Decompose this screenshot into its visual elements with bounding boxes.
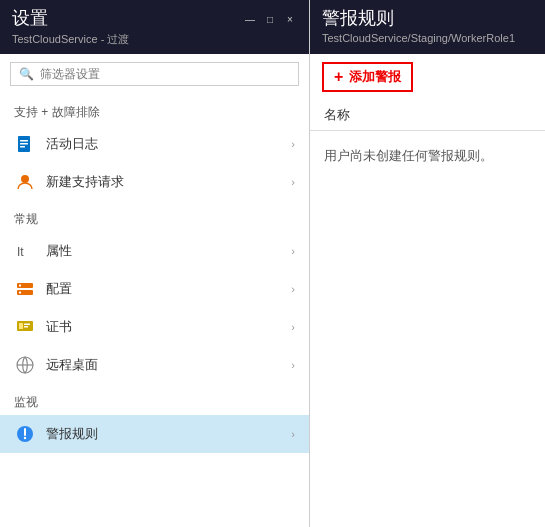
- empty-message: 用户尚未创建任何警报规则。: [310, 131, 545, 181]
- sidebar-item-remote-label: 远程桌面: [46, 356, 291, 374]
- svg-rect-2: [20, 143, 28, 145]
- sidebar-item-certs-label: 证书: [46, 318, 291, 336]
- chevron-right-icon: ›: [291, 359, 295, 371]
- sidebar-item-config[interactable]: 配置 ›: [0, 270, 309, 308]
- right-panel: 警报规则 TestCloudService/Staging/WorkerRole…: [310, 0, 545, 527]
- window-controls: — □ ×: [243, 12, 297, 26]
- config-icon: [14, 278, 36, 300]
- add-alert-label: 添加警报: [349, 68, 401, 86]
- left-panel: 设置 TestCloudService - 过渡 — □ × 🔍 支持 + 故障…: [0, 0, 310, 527]
- close-button[interactable]: ×: [283, 12, 297, 26]
- left-subtitle: TestCloudService - 过渡: [12, 32, 129, 47]
- chevron-right-icon: ›: [291, 283, 295, 295]
- sidebar-item-support-request[interactable]: 新建支持请求 ›: [0, 163, 309, 201]
- person-icon: [14, 171, 36, 193]
- svg-point-4: [21, 175, 29, 183]
- sidebar-item-activity-log-label: 活动日志: [46, 135, 291, 153]
- sidebar-item-certs[interactable]: 证书 ›: [0, 308, 309, 346]
- left-header: 设置 TestCloudService - 过渡 — □ ×: [0, 0, 309, 54]
- maximize-button[interactable]: □: [263, 12, 277, 26]
- minimize-button[interactable]: —: [243, 12, 257, 26]
- section-label-general: 常规: [0, 201, 309, 232]
- right-subtitle: TestCloudService/Staging/WorkerRole1: [322, 32, 533, 44]
- svg-text:It: It: [17, 245, 24, 259]
- remote-icon: [14, 354, 36, 376]
- add-alert-button[interactable]: + 添加警报: [322, 62, 413, 92]
- search-icon: 🔍: [19, 67, 34, 81]
- sidebar-item-alert-rules-label: 警报规则: [46, 425, 291, 443]
- cert-icon: [14, 316, 36, 338]
- svg-rect-1: [20, 140, 28, 142]
- section-label-support: 支持 + 故障排除: [0, 94, 309, 125]
- svg-rect-11: [19, 323, 23, 329]
- svg-point-17: [24, 437, 26, 439]
- sidebar-item-alert-rules[interactable]: 警报规则 ›: [0, 415, 309, 453]
- sidebar-item-properties[interactable]: It 属性 ›: [0, 232, 309, 270]
- sidebar-item-remote-desktop[interactable]: 远程桌面 ›: [0, 346, 309, 384]
- svg-rect-8: [19, 285, 21, 287]
- alert-icon: [14, 423, 36, 445]
- svg-rect-9: [19, 292, 21, 294]
- chevron-right-icon: ›: [291, 138, 295, 150]
- search-box[interactable]: 🔍: [10, 62, 299, 86]
- svg-rect-13: [24, 326, 28, 328]
- left-title: 设置: [12, 8, 129, 30]
- right-title: 警报规则: [322, 8, 533, 30]
- sidebar-item-support-label: 新建支持请求: [46, 173, 291, 191]
- chevron-right-icon: ›: [291, 428, 295, 440]
- left-header-content: 设置 TestCloudService - 过渡: [12, 8, 129, 47]
- svg-rect-12: [24, 324, 30, 326]
- search-input[interactable]: [40, 67, 290, 81]
- plus-icon: +: [334, 68, 343, 86]
- document-icon: [14, 133, 36, 155]
- table-header-name: 名称: [310, 100, 545, 131]
- chevron-right-icon: ›: [291, 321, 295, 333]
- right-header: 警报规则 TestCloudService/Staging/WorkerRole…: [310, 0, 545, 54]
- svg-rect-3: [20, 146, 25, 148]
- sidebar-item-properties-label: 属性: [46, 242, 291, 260]
- chevron-right-icon: ›: [291, 176, 295, 188]
- it-icon: It: [14, 240, 36, 262]
- sidebar-item-activity-log[interactable]: 活动日志 ›: [0, 125, 309, 163]
- section-label-monitor: 监视: [0, 384, 309, 415]
- sidebar-item-config-label: 配置: [46, 280, 291, 298]
- chevron-right-icon: ›: [291, 245, 295, 257]
